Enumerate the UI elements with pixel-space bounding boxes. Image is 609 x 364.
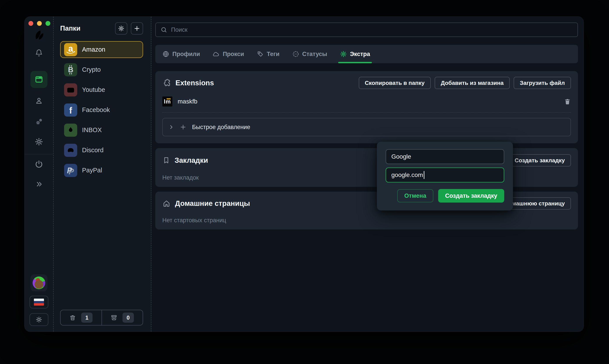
folder-item-discord[interactable]: Discord — [60, 142, 143, 159]
bookmark-name-input[interactable]: Google — [386, 149, 504, 164]
notifications-bell-icon[interactable] — [35, 49, 43, 57]
search-placeholder: Поиск — [171, 26, 187, 33]
tab-extra[interactable]: Экстра — [340, 45, 370, 63]
extensions-divider — [162, 112, 571, 113]
tag-icon — [257, 51, 264, 58]
quick-add-label: Быстрое добавление — [192, 124, 250, 130]
text-caret — [424, 171, 424, 179]
rail-divider — [25, 154, 53, 154]
folder-item-inbox[interactable]: INBOX — [60, 122, 143, 139]
main-content: Поиск Профили Прокси Теги Статусы Экстра — [151, 17, 584, 332]
extension-name: maskfb — [178, 98, 197, 105]
bitcoin-icon: B — [64, 63, 77, 76]
trash-count-badge: 1 — [81, 312, 92, 323]
cloud-icon — [213, 51, 220, 58]
tabs-bar: Профили Прокси Теги Статусы Экстра — [155, 45, 578, 63]
settings-gear-icon[interactable] — [35, 137, 43, 146]
create-bookmark-button[interactable]: Создать закладку — [509, 154, 571, 167]
close-window-button[interactable] — [28, 21, 33, 26]
app-logo-icon — [33, 29, 45, 41]
homepages-title: Домашние страницы — [175, 199, 250, 208]
paypal-icon: PP — [64, 164, 77, 177]
quick-add-row[interactable]: Быстрое добавление — [162, 118, 571, 136]
accounts-nav-icon[interactable] — [35, 97, 43, 105]
folders-panel: Папки a Amazon B Crypto — [54, 17, 151, 332]
copy-to-folder-button[interactable]: Скопировать в папку — [359, 77, 431, 89]
amazon-icon: a — [64, 43, 77, 56]
power-icon[interactable] — [35, 160, 43, 169]
tab-tags[interactable]: Теги — [257, 45, 280, 63]
homepages-card: Домашние страницы Добавить домашнюю стра… — [155, 192, 578, 230]
icon-rail — [25, 17, 54, 332]
homepages-empty-text: Нет стартовых страниц — [162, 217, 571, 224]
trash-folders-button[interactable]: 1 — [61, 310, 102, 325]
user-avatar-button[interactable] — [30, 274, 48, 291]
create-bookmark-popover: Google google.com Отмена Создать закладк… — [377, 142, 513, 210]
folder-item-facebook[interactable]: f Facebook — [60, 102, 143, 118]
folders-settings-button[interactable] — [115, 22, 127, 35]
theme-toggle-button[interactable] — [29, 313, 48, 326]
folders-footer: 1 0 — [60, 310, 143, 325]
archive-count-badge: 0 — [122, 312, 134, 323]
folder-item-amazon[interactable]: a Amazon — [60, 41, 143, 58]
browser-profiles-nav-icon[interactable] — [30, 71, 48, 88]
zoom-window-button[interactable] — [46, 21, 50, 26]
minimize-window-button[interactable] — [37, 21, 42, 26]
folder-item-crypto[interactable]: B Crypto — [60, 61, 143, 78]
gear-icon — [340, 51, 347, 58]
puzzle-icon — [162, 78, 171, 87]
bookmark-icon — [162, 156, 170, 164]
archive-folders-button[interactable]: 0 — [102, 310, 143, 325]
youtube-icon — [64, 83, 77, 96]
bookmark-url-input[interactable]: google.com — [386, 168, 504, 182]
trash-icon — [69, 314, 76, 321]
maskfb-extension-icon: lm — [162, 96, 172, 106]
avatar — [33, 276, 45, 289]
cancel-button[interactable]: Отмена — [397, 189, 433, 202]
bookmarks-card: Закладки Создать закладку Нет закладок — [155, 148, 578, 187]
language-flag-button[interactable] — [29, 296, 48, 308]
submit-create-bookmark-button[interactable]: Создать закладку — [438, 189, 504, 203]
add-folder-button[interactable] — [131, 22, 143, 35]
tab-profiles[interactable]: Профили — [162, 45, 200, 63]
archive-icon — [111, 314, 117, 321]
tab-proxies[interactable]: Прокси — [213, 45, 244, 63]
flame-icon — [64, 124, 77, 137]
tab-statuses[interactable]: Статусы — [292, 45, 327, 63]
plus-icon — [134, 25, 140, 32]
globe-icon — [162, 51, 169, 58]
plus-icon — [180, 124, 186, 130]
home-icon — [162, 199, 171, 208]
extension-row-maskfb: lm maskfb — [162, 96, 571, 106]
delete-extension-icon[interactable] — [564, 98, 571, 105]
collapse-sidebar-chevrons-icon[interactable] — [35, 181, 43, 188]
svg-text:B: B — [68, 65, 74, 74]
chevron-right-icon[interactable] — [168, 124, 174, 130]
upload-file-button[interactable]: Загрузить файл — [514, 77, 571, 89]
gear-icon — [118, 25, 124, 32]
add-from-store-button[interactable]: Добавить из магазина — [435, 77, 510, 89]
facebook-icon: f — [64, 104, 77, 117]
sun-icon — [36, 316, 42, 323]
automation-gears-icon[interactable] — [35, 117, 43, 126]
status-circle-icon — [292, 51, 299, 58]
extensions-title: Extensions — [175, 79, 214, 87]
russian-flag-icon — [34, 299, 44, 306]
discord-icon — [64, 144, 77, 157]
bookmarks-title: Закладки — [175, 156, 208, 165]
extensions-card: Extensions Скопировать в папку Добавить … — [155, 71, 578, 143]
search-input[interactable]: Поиск — [155, 23, 578, 37]
folder-item-youtube[interactable]: Youtube — [60, 81, 143, 98]
search-icon — [161, 26, 167, 33]
folders-panel-title: Папки — [60, 25, 80, 32]
window-controls — [28, 21, 50, 26]
folder-item-paypal[interactable]: PP PayPal — [60, 162, 143, 179]
